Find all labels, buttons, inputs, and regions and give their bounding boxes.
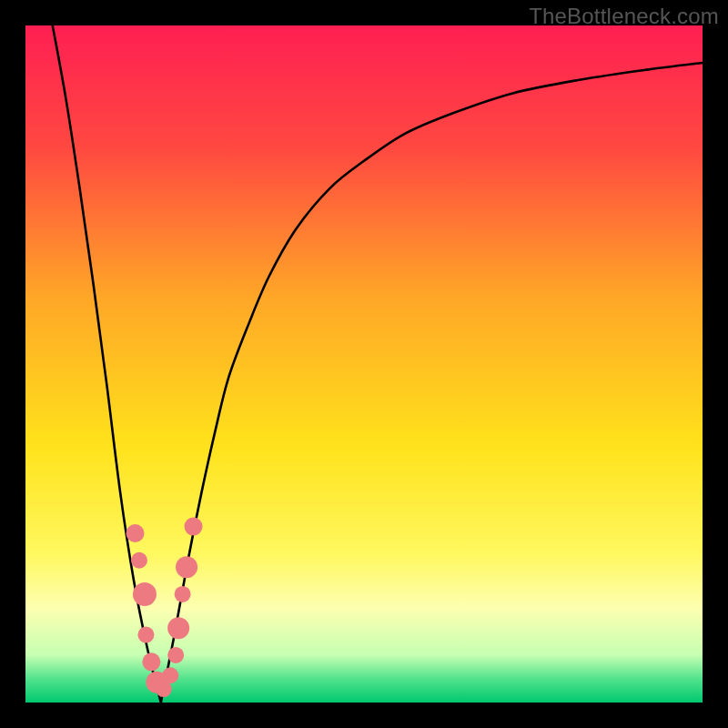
scatter-point <box>167 617 189 639</box>
chart-frame: TheBottleneck.com <box>0 0 728 728</box>
scatter-point <box>185 518 203 536</box>
scatter-point <box>142 652 160 671</box>
plot-area <box>25 25 703 703</box>
scatter-point <box>137 627 154 643</box>
scatter-point <box>176 556 197 578</box>
scatter-point <box>162 667 178 683</box>
watermark-text: TheBottleneck.com <box>529 4 719 29</box>
curve-layer <box>25 25 703 703</box>
curve-right-branch <box>161 63 703 703</box>
scatter-point <box>133 582 157 606</box>
scatter-point <box>167 647 184 663</box>
scatter-point <box>131 552 147 569</box>
scatter-point <box>175 586 191 602</box>
scatter-point <box>126 524 145 542</box>
